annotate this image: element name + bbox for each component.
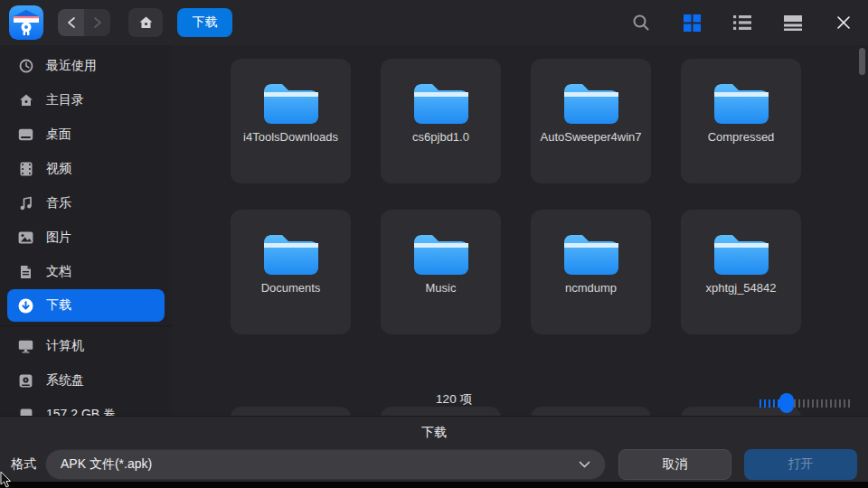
slider-thumb[interactable] <box>779 393 794 413</box>
back-button[interactable] <box>58 9 84 36</box>
folder-name: ncmdump <box>540 280 643 297</box>
footer-controls: 格式 APK 文件(*.apk) 取消 打开 <box>0 449 868 480</box>
folder-icon <box>258 224 325 278</box>
download-icon <box>18 298 33 314</box>
folder-name: xphtgj_54842 <box>690 280 793 297</box>
folder-icon <box>708 73 775 127</box>
sidebar-item-label: 音乐 <box>46 195 71 211</box>
slider-ticks-empty <box>794 399 850 408</box>
slider-ticks-filled <box>760 399 779 408</box>
folder-icon <box>408 73 475 127</box>
app-icon <box>9 5 43 40</box>
sidebar-item-label: 视频 <box>46 161 71 177</box>
grid-view-icon <box>684 14 701 32</box>
chevron-right-icon <box>93 16 102 29</box>
current-folder-title: 下载 <box>0 425 868 441</box>
detail-view-icon <box>784 14 802 31</box>
folder-name: i4ToolsDownloads <box>240 129 343 146</box>
sidebar-item-label: 系统盘 <box>46 372 84 389</box>
list-view-icon <box>733 14 751 31</box>
open-button[interactable]: 打开 <box>744 449 857 480</box>
sidebar-item-system-disk[interactable]: 系统盘 <box>0 363 172 398</box>
sidebar-item-downloads[interactable]: 下载 <box>7 289 165 322</box>
home-icon <box>138 15 154 30</box>
open-button-label: 打开 <box>788 456 814 473</box>
detail-view-button[interactable] <box>783 13 803 33</box>
computer-icon <box>18 339 33 354</box>
sidebar-item-label: 计算机 <box>46 338 84 354</box>
sidebar-item-music[interactable]: 音乐 <box>0 186 172 221</box>
folder-tile[interactable]: xphtgj_54842 <box>681 210 801 334</box>
folder-name: Compressed <box>690 129 793 146</box>
home-button[interactable] <box>128 8 163 37</box>
sidebar-item-computer[interactable]: 计算机 <box>0 329 172 363</box>
grid-view-button[interactable] <box>682 13 702 33</box>
mouse-cursor <box>0 472 13 488</box>
sidebar-item-recent[interactable]: 最近使用 <box>0 49 172 83</box>
format-label: 格式 <box>11 456 36 473</box>
folder-tile[interactable] <box>231 407 351 416</box>
folder-icon <box>408 224 475 278</box>
location-tab-label: 下载 <box>193 14 218 31</box>
folder-tile[interactable] <box>531 407 651 416</box>
cancel-button[interactable]: 取消 <box>618 449 731 480</box>
file-format-value: APK 文件(*.apk) <box>61 456 579 473</box>
video-icon <box>18 162 33 177</box>
cancel-button-label: 取消 <box>663 456 688 473</box>
sidebar-item-label: 最近使用 <box>46 58 97 74</box>
picture-icon <box>18 230 33 246</box>
close-button[interactable] <box>834 13 854 33</box>
folder-tile[interactable]: Compressed <box>681 59 801 183</box>
folder-icon <box>258 73 325 127</box>
folder-tile[interactable]: cs6pjbd1.0 <box>381 59 501 183</box>
forward-button[interactable] <box>84 9 110 36</box>
file-format-select[interactable]: APK 文件(*.apk) <box>45 449 606 480</box>
sidebar-item-videos[interactable]: 视频 <box>0 152 172 186</box>
document-icon <box>18 265 33 280</box>
sidebar-item-label: 下载 <box>46 297 71 314</box>
folder-grid-partial-row <box>231 407 801 416</box>
search-button[interactable] <box>631 13 651 33</box>
folder-icon <box>558 73 625 127</box>
sidebar-item-label: 图片 <box>46 230 71 246</box>
screen-bottom-strip <box>0 482 868 488</box>
sidebar-item-label: 文档 <box>46 264 71 280</box>
file-dialog-window: 下载 <box>0 0 868 488</box>
folder-icon <box>708 224 775 278</box>
folder-tile[interactable]: ncmdump <box>531 210 651 334</box>
item-count: 120 项 <box>436 391 472 408</box>
folder-tile[interactable]: Music <box>381 210 501 334</box>
folder-tile[interactable]: Documents <box>231 210 351 334</box>
file-view-scrollbar[interactable] <box>859 48 865 75</box>
sidebar: 最近使用 主目录 桌面 视频 音乐 <box>0 45 172 416</box>
folder-tile[interactable]: i4ToolsDownloads <box>231 59 351 183</box>
system-disk-icon <box>18 373 33 389</box>
sidebar-item-pictures[interactable]: 图片 <box>0 221 172 255</box>
folder-icon <box>558 224 625 278</box>
sidebar-item-home[interactable]: 主目录 <box>0 83 172 117</box>
close-icon <box>836 15 851 30</box>
desktop-icon <box>18 127 33 143</box>
chevron-left-icon <box>67 16 76 29</box>
sidebar-item-desktop[interactable]: 桌面 <box>0 117 172 152</box>
sidebar-item-documents[interactable]: 文档 <box>0 255 172 289</box>
folder-name: cs6pjbd1.0 <box>390 129 493 146</box>
file-view: i4ToolsDownloads cs6pjbd1.0 AutoSweeper4… <box>172 45 868 416</box>
folder-grid: i4ToolsDownloads cs6pjbd1.0 AutoSweeper4… <box>231 59 801 334</box>
location-tab[interactable]: 下载 <box>177 8 232 37</box>
search-icon <box>632 14 650 32</box>
folder-name: Music <box>390 280 493 297</box>
icon-size-slider[interactable] <box>760 393 850 413</box>
folder-tile[interactable]: AutoSweeper4win7 <box>531 59 651 183</box>
dialog-footer: 下载 格式 APK 文件(*.apk) 取消 打开 <box>0 416 868 482</box>
nav-button-group <box>58 9 110 36</box>
clock-icon <box>18 59 33 74</box>
list-view-button[interactable] <box>732 13 752 33</box>
sidebar-separator <box>0 325 172 326</box>
folder-name: AutoSweeper4win7 <box>540 129 643 146</box>
home-icon <box>18 93 33 108</box>
titlebar-actions <box>631 13 854 33</box>
folder-tile[interactable] <box>381 407 501 416</box>
folder-name: Documents <box>240 280 343 297</box>
sidebar-item-label: 桌面 <box>46 127 71 143</box>
